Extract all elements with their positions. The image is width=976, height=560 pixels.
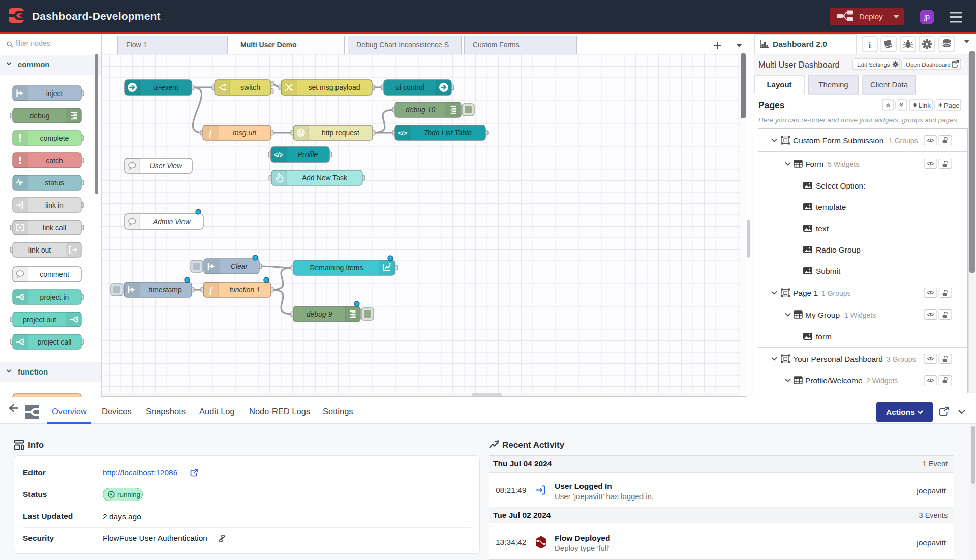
- svg-text:project out: project out: [23, 316, 56, 324]
- svg-text:Pages: Pages: [758, 100, 785, 110]
- svg-text:1 Groups: 1 Groups: [889, 137, 918, 145]
- svg-text:Client Data: Client Data: [870, 80, 908, 89]
- svg-text:set msg.payload: set msg.payload: [309, 83, 360, 91]
- svg-text:project in: project in: [40, 293, 69, 301]
- svg-text:timestamp: timestamp: [149, 286, 182, 294]
- svg-text:Radio Group: Radio Group: [816, 245, 861, 254]
- svg-text:Profile/Welcome: Profile/Welcome: [805, 376, 863, 385]
- svg-text:Link: Link: [919, 102, 931, 109]
- svg-text:Clear: Clear: [231, 262, 249, 270]
- svg-text:link in: link in: [45, 201, 64, 209]
- svg-text:1 Widgets: 1 Widgets: [844, 311, 876, 319]
- svg-text:Profile: Profile: [298, 150, 318, 159]
- svg-text:Your Personal Dashboard: Your Personal Dashboard: [793, 355, 883, 363]
- svg-text:Admin View: Admin View: [152, 217, 191, 226]
- svg-text:Theming: Theming: [818, 80, 848, 89]
- svg-text:link out: link out: [28, 246, 51, 254]
- svg-text:Dashboard 2.0: Dashboard 2.0: [773, 40, 827, 48]
- svg-text:Form: Form: [805, 160, 824, 168]
- svg-text:Custom Form Submission: Custom Form Submission: [793, 136, 883, 145]
- svg-text:msg.url: msg.url: [233, 129, 257, 137]
- svg-text:Submit: Submit: [816, 267, 841, 275]
- svg-text:Todo List Table: Todo List Table: [424, 129, 472, 137]
- svg-text:complete: complete: [40, 134, 69, 142]
- svg-text:comment: comment: [40, 270, 69, 278]
- svg-text:5 Widgets: 5 Widgets: [828, 160, 859, 168]
- svg-text:debug: debug: [30, 112, 50, 120]
- svg-text:User View: User View: [150, 162, 182, 170]
- svg-text:ui control: ui control: [395, 83, 424, 91]
- svg-text:3 Groups: 3 Groups: [887, 355, 916, 363]
- svg-text:text: text: [816, 224, 829, 233]
- svg-text:Page: Page: [944, 102, 959, 109]
- svg-text:Open Dashboard: Open Dashboard: [906, 61, 951, 68]
- svg-text:Page 1: Page 1: [793, 289, 818, 297]
- svg-text:Remaining Items: Remaining Items: [310, 264, 363, 272]
- svg-text:Multi User Dashboard: Multi User Dashboard: [758, 60, 840, 69]
- svg-text:template: template: [816, 203, 846, 211]
- svg-text:Edit Settings: Edit Settings: [857, 61, 890, 68]
- svg-text:Add New Task: Add New Task: [302, 174, 348, 182]
- svg-text:</>: </>: [398, 129, 408, 137]
- svg-text:debug 9: debug 9: [307, 310, 332, 318]
- svg-text:ui-event: ui-event: [153, 83, 178, 91]
- svg-text:inject: inject: [46, 89, 63, 98]
- svg-text:Layout: Layout: [767, 80, 791, 89]
- svg-text:link call: link call: [43, 224, 66, 232]
- svg-text:debug 10: debug 10: [406, 106, 436, 114]
- svg-text:function 1: function 1: [229, 286, 260, 294]
- svg-text:i: i: [869, 41, 871, 49]
- svg-text:</>: </>: [274, 151, 284, 159]
- svg-text:Select Option:: Select Option:: [816, 181, 865, 190]
- svg-text:Here you can re-order and move: Here you can re-order and move your widg…: [758, 116, 959, 124]
- svg-text:project call: project call: [38, 338, 72, 346]
- svg-text:http request: http request: [322, 129, 359, 137]
- svg-text:1 Groups: 1 Groups: [821, 289, 851, 297]
- svg-text:form: form: [816, 332, 832, 341]
- svg-text:catch: catch: [46, 157, 63, 165]
- svg-text:status: status: [45, 179, 64, 187]
- svg-text:2 Widgets: 2 Widgets: [866, 377, 898, 385]
- svg-text:switch: switch: [240, 83, 260, 91]
- svg-text:My Group: My Group: [805, 310, 840, 319]
